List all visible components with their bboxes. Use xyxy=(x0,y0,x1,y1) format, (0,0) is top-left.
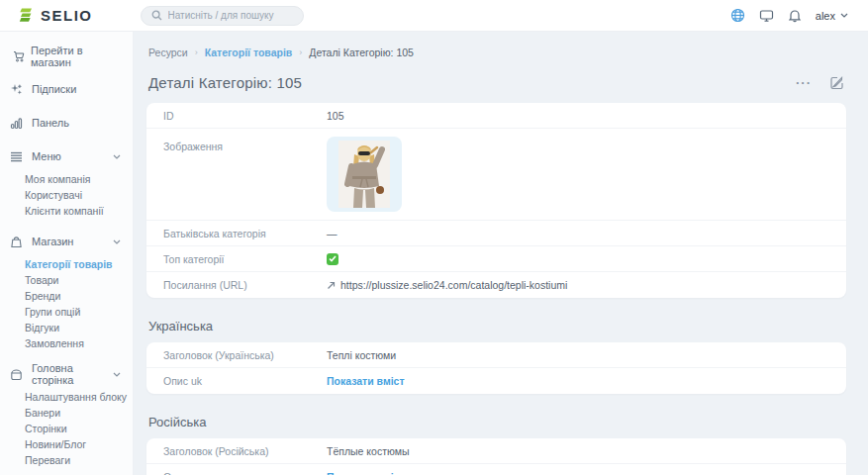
show-content-link-ru[interactable]: Показати вміст xyxy=(327,471,405,475)
section-title-russian: Російська xyxy=(148,415,844,429)
sidebar-item-news-blog[interactable]: Новини/Блог xyxy=(0,436,133,452)
detail-row-parent-category: Батьківська категорія — xyxy=(146,221,846,246)
row-value: Тёплые костюмы xyxy=(327,445,410,457)
sidebar-item-advantages[interactable]: Переваги xyxy=(0,452,133,468)
subscriptions-label: Підписки xyxy=(32,83,76,95)
sidebar-item-my-company[interactable]: Моя компанія xyxy=(0,171,133,187)
sidebar-item-banners[interactable]: Банери xyxy=(0,405,133,421)
show-content-link-uk[interactable]: Показати вміст xyxy=(327,375,405,387)
external-link-icon xyxy=(327,281,336,290)
sidebar-group-homepage[interactable]: Головна сторінка xyxy=(0,360,133,388)
row-label: ID xyxy=(163,110,327,122)
page-title: Деталі Категорію: 105 xyxy=(148,74,302,91)
detail-row-top-category: Топ категорії xyxy=(146,246,846,272)
more-actions-button[interactable]: ··· xyxy=(796,79,812,87)
search-input[interactable] xyxy=(168,10,293,21)
main-content: Ресурси › Категорії товарів › Деталі Кат… xyxy=(134,32,868,475)
russian-card: Заголовок (Російська) Тёплые костюмы Опи… xyxy=(146,438,846,475)
selio-logo-icon xyxy=(18,7,35,24)
sidebar-item-brands[interactable]: Бренди xyxy=(0,288,133,304)
bar-chart-icon xyxy=(10,117,23,130)
search-icon xyxy=(151,10,162,21)
ru-heading-row: Заголовок (Російська) Тёплые костюмы xyxy=(146,438,846,464)
language-globe-icon[interactable] xyxy=(730,8,745,23)
sparkles-icon xyxy=(10,83,23,96)
storefront-cart-icon xyxy=(13,50,25,62)
row-value: Теплі костюми xyxy=(327,349,396,361)
breadcrumb-resources[interactable]: Ресурси xyxy=(148,47,188,58)
sidebar: Перейти в магазин Підписки xyxy=(0,32,134,475)
sidebar-item-pages[interactable]: Сторінки xyxy=(0,421,133,436)
row-label: Посилання (URL) xyxy=(163,279,327,291)
user-name: alex xyxy=(816,10,835,22)
edit-button[interactable] xyxy=(829,75,844,90)
row-label: Батьківська категорія xyxy=(163,228,327,239)
row-label: Топ категорії xyxy=(163,253,327,265)
sidebar-item-option-groups[interactable]: Групи опцій xyxy=(0,304,133,320)
sidebar-item-subscriptions[interactable]: Підписки xyxy=(0,75,133,103)
shopping-bag-icon xyxy=(10,236,23,248)
detail-row-url: Посилання (URL) https://plussize.selio24… xyxy=(146,272,846,298)
row-label: Опис uk xyxy=(163,375,327,387)
go-to-store-link[interactable]: Перейти в магазин xyxy=(0,46,133,67)
sidebar-group-menu[interactable]: Меню xyxy=(0,142,133,170)
breadcrumb-current: Деталі Категорію: 105 xyxy=(309,47,414,58)
shop-group-label: Магазин xyxy=(32,236,73,247)
row-label: Заголовок (Українська) xyxy=(163,349,327,361)
homepage-box-icon xyxy=(10,368,23,381)
sidebar-item-dashboard[interactable]: Панель xyxy=(0,109,133,137)
dashboard-label: Панель xyxy=(32,117,69,129)
sidebar-item-reviews[interactable]: Відгуки xyxy=(0,320,133,335)
row-label: Опис ru xyxy=(163,471,327,475)
breadcrumb: Ресурси › Категорії товарів › Деталі Кат… xyxy=(148,47,846,58)
detail-row-id: ID 105 xyxy=(146,103,846,129)
row-value: 105 xyxy=(327,110,344,122)
breadcrumb-categories-link[interactable]: Категорії товарів xyxy=(205,47,293,58)
chevron-down-icon xyxy=(840,13,848,18)
app-logo[interactable]: SELIO xyxy=(18,7,93,24)
sidebar-item-company-clients[interactable]: Клієнти компанії xyxy=(0,203,133,219)
go-to-store-label: Перейти в магазин xyxy=(31,45,123,68)
top-header: SELIO xyxy=(0,0,868,32)
chevron-down-icon xyxy=(113,154,121,159)
notifications-bell-icon[interactable] xyxy=(788,8,802,23)
breadcrumb-separator: › xyxy=(195,48,198,57)
ukrainian-card: Заголовок (Українська) Теплі костюми Опи… xyxy=(146,342,846,394)
detail-row-image: Зображення xyxy=(146,129,846,221)
row-value: — xyxy=(327,228,338,239)
row-label: Заголовок (Російська) xyxy=(163,445,327,457)
global-search[interactable] xyxy=(141,6,304,26)
menu-group-label: Меню xyxy=(32,150,61,162)
ru-description-row: Опис ru Показати вміст xyxy=(146,464,846,475)
sidebar-item-users[interactable]: Користувачі xyxy=(0,187,133,203)
uk-description-row: Опис uk Показати вміст xyxy=(146,368,846,394)
category-details-card: ID 105 Зображення xyxy=(146,103,846,298)
homepage-group-label: Головна сторінка xyxy=(32,362,104,386)
category-image[interactable] xyxy=(327,137,402,212)
row-label: Зображення xyxy=(163,137,327,152)
logo-text: SELIO xyxy=(41,7,93,24)
sidebar-group-shop[interactable]: Магазин xyxy=(0,228,133,255)
hamburger-menu-icon xyxy=(10,151,23,162)
top-category-checkbox-checked[interactable] xyxy=(327,253,338,265)
section-title-ukrainian: Українська xyxy=(148,319,844,333)
sidebar-item-orders[interactable]: Замовлення xyxy=(0,335,133,351)
chevron-down-icon xyxy=(113,239,121,244)
sidebar-item-products[interactable]: Товари xyxy=(0,272,133,288)
breadcrumb-separator: › xyxy=(299,48,302,57)
category-url-link[interactable]: https://plussize.selio24.com/catalog/tep… xyxy=(340,279,567,291)
sidebar-item-product-categories[interactable]: Категорії товарів xyxy=(0,256,133,272)
user-menu[interactable]: alex xyxy=(816,10,848,22)
uk-heading-row: Заголовок (Українська) Теплі костюми xyxy=(146,342,846,368)
sidebar-item-block-settings[interactable]: Налаштування блоку xyxy=(0,389,133,405)
display-icon[interactable] xyxy=(759,9,774,23)
chevron-down-icon xyxy=(113,372,121,377)
